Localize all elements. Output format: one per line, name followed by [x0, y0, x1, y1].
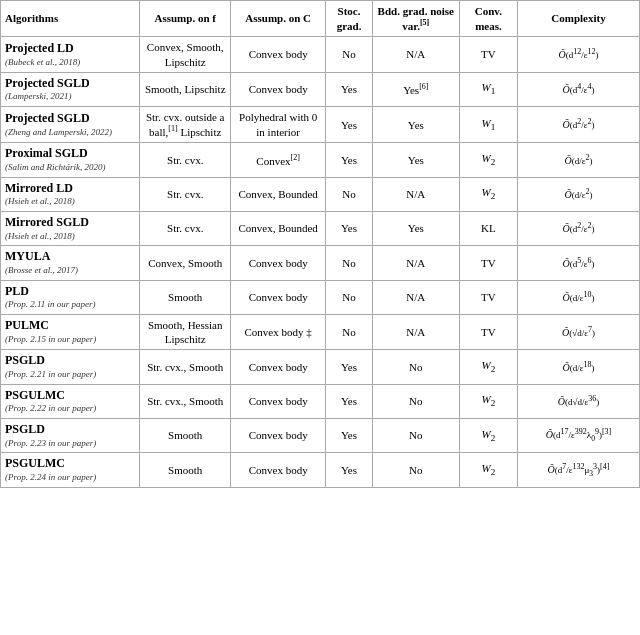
algo-ref-label: (Hsieh et al., 2018) — [5, 196, 135, 208]
algo-ref-label: (Prop. 2.11 in our paper) — [5, 299, 135, 311]
bdd-cell: No — [372, 418, 459, 452]
table-row: PSGULMC (Prop. 2.22 in our paper) Str. c… — [1, 384, 640, 418]
assump-f-cell: Smooth, Lipschitz — [140, 72, 231, 106]
algo-ref-label: (Prop. 2.24 in our paper) — [5, 472, 135, 484]
conv-cell: TV — [459, 314, 517, 350]
main-table-wrapper: Algorithms Assump. on f Assump. on C Sto… — [0, 0, 640, 488]
complexity-cell: Õ(d17/ε392λ09)[3] — [517, 418, 639, 452]
algo-main-label: MYULA — [5, 249, 135, 265]
bdd-cell: N/A — [372, 246, 459, 280]
assump-f-cell: Smooth — [140, 418, 231, 452]
bdd-cell: N/A — [372, 280, 459, 314]
stoc-cell: No — [326, 280, 372, 314]
conv-cell: W1 — [459, 107, 517, 143]
stoc-cell: No — [326, 177, 372, 211]
algo-ref-label: (Prop. 2.22 in our paper) — [5, 403, 135, 415]
table-row: Proximal SGLD (Salim and Richtárik, 2020… — [1, 143, 640, 177]
conv-cell: W1 — [459, 72, 517, 106]
algo-main-label: Mirrored SGLD — [5, 215, 135, 231]
algo-ref-label: (Bubeck et al., 2018) — [5, 57, 135, 69]
stoc-cell: Yes — [326, 418, 372, 452]
conv-cell: W2 — [459, 177, 517, 211]
header-algorithms: Algorithms — [1, 1, 140, 37]
stoc-cell: Yes — [326, 72, 372, 106]
algo-ref-label: (Prop. 2.21 in our paper) — [5, 369, 135, 381]
assump-c-cell: Polyhedral with 0 in interior — [231, 107, 326, 143]
algo-main-label: PULMC — [5, 318, 135, 334]
bdd-cell: N/A — [372, 177, 459, 211]
complexity-cell: Õ(d5/ε6) — [517, 246, 639, 280]
algo-main-label: Projected SGLD — [5, 76, 135, 92]
table-row: PSGULMC (Prop. 2.24 in our paper) Smooth… — [1, 453, 640, 487]
algo-ref-label: (Prop. 2.15 in our paper) — [5, 334, 135, 346]
table-row: Projected SGLD (Lamperski, 2021) Smooth,… — [1, 72, 640, 106]
complexity-cell: Õ(d4/ε4) — [517, 72, 639, 106]
bdd-cell: Yes[6] — [372, 72, 459, 106]
table-row: PSGLD (Prop. 2.23 in our paper) Smooth C… — [1, 418, 640, 452]
conv-cell: W2 — [459, 418, 517, 452]
algo-name-cell: Proximal SGLD (Salim and Richtárik, 2020… — [1, 143, 140, 177]
algo-name-cell: PSGLD (Prop. 2.21 in our paper) — [1, 350, 140, 384]
table-row: PSGLD (Prop. 2.21 in our paper) Str. cvx… — [1, 350, 640, 384]
conv-cell: W2 — [459, 143, 517, 177]
assump-f-cell: Smooth — [140, 453, 231, 487]
stoc-cell: Yes — [326, 107, 372, 143]
header-complexity: Complexity — [517, 1, 639, 37]
algo-ref-label: (Zheng and Lamperski, 2022) — [5, 127, 135, 139]
assump-f-cell: Str. cvx. — [140, 211, 231, 245]
algo-main-label: Mirrored LD — [5, 181, 135, 197]
conv-cell: TV — [459, 280, 517, 314]
algo-name-cell: Projected SGLD (Lamperski, 2021) — [1, 72, 140, 106]
complexity-cell: Õ(d12/ε12) — [517, 37, 639, 73]
algo-main-label: PSGULMC — [5, 456, 135, 472]
assump-c-cell: Convex[2] — [231, 143, 326, 177]
algo-ref-label: (Prop. 2.23 in our paper) — [5, 438, 135, 450]
complexity-cell: Õ(d7/ε132μ33)[4] — [517, 453, 639, 487]
assump-c-cell: Convex, Bounded — [231, 211, 326, 245]
complexity-cell: Õ(d/ε18) — [517, 350, 639, 384]
algo-main-label: Projected LD — [5, 41, 135, 57]
algo-name-cell: PSGULMC (Prop. 2.22 in our paper) — [1, 384, 140, 418]
algo-main-label: PLD — [5, 284, 135, 300]
stoc-cell: No — [326, 314, 372, 350]
assump-f-cell: Str. cvx. — [140, 177, 231, 211]
complexity-cell: Õ(d2/ε2) — [517, 211, 639, 245]
algo-main-label: Proximal SGLD — [5, 146, 135, 162]
bdd-cell: No — [372, 384, 459, 418]
assump-c-cell: Convex, Bounded — [231, 177, 326, 211]
table-row: Projected LD (Bubeck et al., 2018) Conve… — [1, 37, 640, 73]
table-row: Mirrored LD (Hsieh et al., 2018) Str. cv… — [1, 177, 640, 211]
assump-f-cell: Convex, Smooth — [140, 246, 231, 280]
bdd-cell: N/A — [372, 314, 459, 350]
algo-ref-label: (Lamperski, 2021) — [5, 91, 135, 103]
algo-name-cell: Mirrored LD (Hsieh et al., 2018) — [1, 177, 140, 211]
algo-main-label: PSGLD — [5, 353, 135, 369]
stoc-cell: Yes — [326, 143, 372, 177]
algo-ref-label: (Hsieh et al., 2018) — [5, 231, 135, 243]
assump-f-cell: Str. cvx., Smooth — [140, 384, 231, 418]
table-row: Mirrored SGLD (Hsieh et al., 2018) Str. … — [1, 211, 640, 245]
algo-name-cell: Projected SGLD (Zheng and Lamperski, 202… — [1, 107, 140, 143]
algo-name-cell: PSGLD (Prop. 2.23 in our paper) — [1, 418, 140, 452]
assump-c-cell: Convex body — [231, 37, 326, 73]
conv-cell: KL — [459, 211, 517, 245]
bdd-cell: Yes — [372, 143, 459, 177]
conv-cell: TV — [459, 246, 517, 280]
algo-ref-label: (Salim and Richtárik, 2020) — [5, 162, 135, 174]
stoc-cell: Yes — [326, 350, 372, 384]
bdd-cell: No — [372, 350, 459, 384]
table-row: MYULA (Brosse et al., 2017) Convex, Smoo… — [1, 246, 640, 280]
conv-cell: W2 — [459, 453, 517, 487]
assump-c-cell: Convex body — [231, 384, 326, 418]
header-conv: Conv. meas. — [459, 1, 517, 37]
bdd-cell: N/A — [372, 37, 459, 73]
algo-ref-label: (Brosse et al., 2017) — [5, 265, 135, 277]
header-stoc: Stoc. grad. — [326, 1, 372, 37]
assump-f-cell: Smooth — [140, 280, 231, 314]
header-bdd: Bdd. grad. noise var.[5] — [372, 1, 459, 37]
conv-cell: TV — [459, 37, 517, 73]
algo-name-cell: MYULA (Brosse et al., 2017) — [1, 246, 140, 280]
conv-cell: W2 — [459, 384, 517, 418]
stoc-cell: No — [326, 246, 372, 280]
complexity-cell: Õ(d/ε2) — [517, 143, 639, 177]
